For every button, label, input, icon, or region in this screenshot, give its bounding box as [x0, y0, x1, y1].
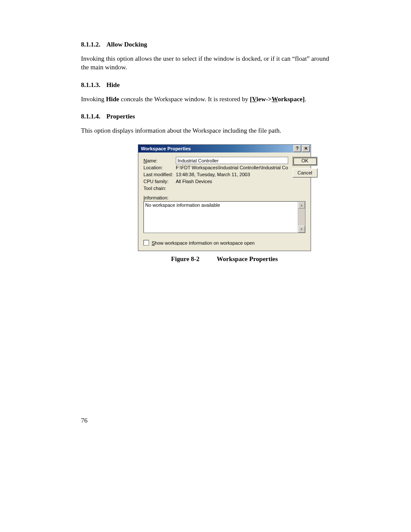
toolchain-label: Tool chain:	[143, 185, 176, 192]
page-number: 76	[81, 417, 87, 424]
scrollbar[interactable]: ▲ ▼	[298, 202, 305, 233]
scroll-down-icon[interactable]: ▼	[298, 226, 305, 233]
information-text: No workspace information available	[145, 202, 220, 208]
location-label: Location:	[143, 164, 176, 171]
help-icon[interactable]: ?	[293, 145, 301, 152]
dialog-titlebar: Workspace Properties ? ✕	[138, 145, 311, 152]
modified-label: Last modified:	[143, 171, 176, 178]
workspace-properties-dialog: Workspace Properties ? ✕ Name: Location:…	[138, 144, 311, 251]
figure-caption: Figure 8-2Workspace Properties	[81, 255, 368, 263]
para-allow-docking: Invoking this option allows the user to …	[81, 54, 331, 72]
cancel-button[interactable]: Cancel	[293, 168, 318, 177]
para-properties: This option displays information about t…	[81, 126, 331, 135]
cpu-label: CPU family:	[143, 178, 176, 185]
ok-button[interactable]: OK	[293, 157, 318, 166]
show-info-checkbox[interactable]	[143, 240, 149, 246]
name-input[interactable]	[176, 157, 288, 164]
show-info-label: Show workspace information on workspace …	[152, 240, 255, 246]
modified-value: 13:48:38, Tuesday, March 11, 2003	[176, 171, 288, 178]
heading-allow-docking: 8.1.1.2.Allow Docking	[81, 41, 368, 48]
information-textarea[interactable]: No workspace information available ▲ ▼	[143, 201, 305, 233]
toolchain-value	[176, 187, 288, 189]
location-value: F:\FDT Workspaces\Industrial Controller\…	[176, 164, 288, 171]
heading-hide: 8.1.1.3.Hide	[81, 81, 368, 89]
information-label: Information:	[143, 194, 305, 201]
close-icon[interactable]: ✕	[302, 145, 310, 152]
para-hide: Invoking Hide conceals the Workspace win…	[81, 95, 331, 103]
cpu-value: All Flash Devices	[176, 178, 288, 185]
dialog-title: Workspace Properties	[141, 146, 293, 151]
heading-properties: 8.1.1.4.Properties	[81, 113, 368, 120]
scroll-up-icon[interactable]: ▲	[298, 202, 305, 208]
name-label: Name:	[143, 157, 176, 164]
